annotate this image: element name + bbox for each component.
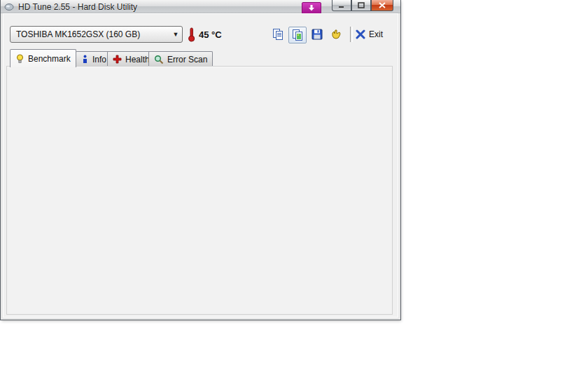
chevron-down-icon: ▼ [169, 31, 182, 38]
copy-image-icon [291, 29, 304, 41]
thermometer-icon [187, 27, 196, 42]
maximize-button[interactable] [351, 0, 371, 11]
window-controls [332, 0, 393, 11]
drive-select-value: TOSHIBA MK1652GSX (160 GB) [10, 29, 169, 39]
temperature-indicator: 45 °C [187, 27, 222, 42]
info-icon [81, 55, 89, 64]
maximize-icon [358, 2, 365, 8]
app-window: HD Tune 2.55 - Hard Disk Utility [1, 0, 400, 320]
exit-button[interactable]: Exit [356, 27, 383, 42]
tab-health-label: Health [125, 55, 150, 64]
toolbar-separator [350, 27, 353, 42]
health-cross-icon [113, 55, 122, 64]
app-icon [4, 2, 14, 12]
magnifier-icon [154, 55, 164, 64]
title-bar: HD Tune 2.55 - Hard Disk Utility [1, 0, 400, 13]
close-button[interactable] [371, 0, 393, 11]
drive-select-dropdown[interactable]: TOSHIBA MK1652GSX (160 GB) ▼ [10, 26, 183, 43]
copy-icon [272, 28, 284, 41]
minimize-button[interactable] [332, 0, 351, 11]
close-icon [379, 2, 386, 8]
tab-error-scan[interactable]: Error Scan [148, 51, 213, 67]
download-arrow-icon [307, 4, 316, 12]
exit-x-icon [356, 29, 365, 39]
tab-error-scan-label: Error Scan [167, 55, 207, 64]
benchmark-tab-page [6, 66, 393, 315]
download-overlay-button[interactable] [302, 2, 321, 14]
window-title: HD Tune 2.55 - Hard Disk Utility [18, 2, 137, 12]
copy-image-button[interactable] [288, 27, 307, 43]
save-icon [311, 28, 323, 41]
tab-benchmark[interactable]: Benchmark [10, 49, 76, 67]
options-button[interactable] [328, 27, 344, 42]
options-hand-icon [330, 28, 342, 41]
lightbulb-icon [15, 54, 24, 64]
save-button[interactable] [309, 27, 326, 42]
minimize-icon [338, 2, 345, 8]
tab-info-label: Info [92, 55, 106, 64]
tab-benchmark-label: Benchmark [28, 54, 71, 64]
temperature-value: 45 °C [199, 29, 222, 40]
exit-label: Exit [369, 29, 383, 39]
copy-text-button[interactable] [270, 27, 286, 42]
